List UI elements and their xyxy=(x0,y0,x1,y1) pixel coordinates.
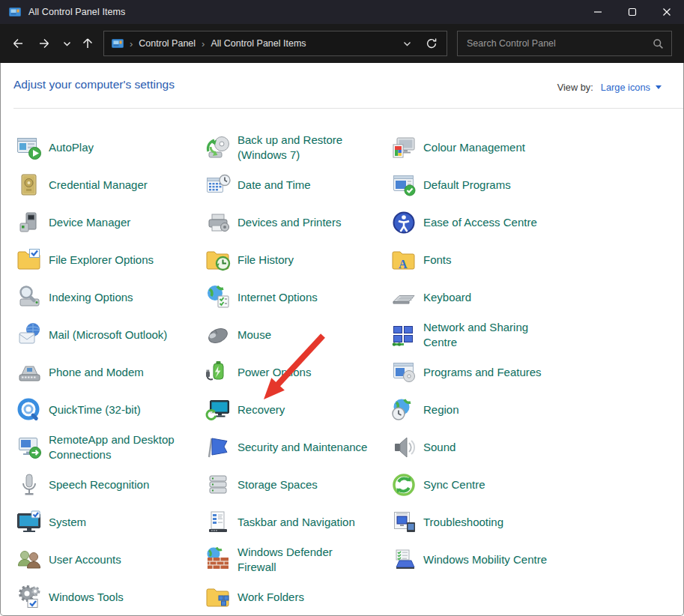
mail-icon xyxy=(15,321,43,349)
refresh-button[interactable] xyxy=(426,37,438,49)
control-panel-item[interactable]: Indexing Options xyxy=(15,279,199,316)
device-manager-icon xyxy=(15,208,43,237)
control-panel-item[interactable]: Colour Management xyxy=(390,129,674,166)
autoplay-icon xyxy=(15,133,43,162)
breadcrumb[interactable]: › Control Panel › All Control Panel Item… xyxy=(103,31,447,56)
maximize-icon xyxy=(628,7,637,16)
control-panel-item[interactable]: File Explorer Options xyxy=(15,241,199,279)
control-panel-item[interactable]: Device Manager xyxy=(15,204,199,241)
sync-centre-icon xyxy=(390,471,418,499)
item-label: Colour Management xyxy=(423,140,525,155)
item-label: Sound xyxy=(423,440,456,455)
control-panel-item[interactable]: Windows Tools xyxy=(15,579,199,616)
defender-firewall-icon xyxy=(204,546,232,574)
colour-management-icon xyxy=(390,133,418,162)
control-panel-item[interactable]: Troubleshooting xyxy=(390,504,674,541)
phone-and-modem-icon xyxy=(15,358,43,387)
caret-down-icon xyxy=(656,85,662,89)
ease-of-access-icon xyxy=(390,208,418,237)
breadcrumb-item-control-panel[interactable]: Control Panel xyxy=(139,38,196,49)
control-panel-item[interactable]: Security and Maintenance xyxy=(204,429,387,466)
items-column-2: Back up and Restore (Windows 7)Date and … xyxy=(204,129,387,616)
file-history-icon xyxy=(204,246,232,274)
control-panel-item[interactable]: Back up and Restore (Windows 7) xyxy=(204,129,387,166)
control-panel-item[interactable]: AFonts xyxy=(390,241,674,279)
control-panel-item[interactable]: Devices and Printers xyxy=(204,204,387,241)
control-panel-item[interactable]: Default Programs xyxy=(390,166,674,204)
item-label: Windows Defender Firewall xyxy=(237,545,333,575)
control-panel-item[interactable]: Recovery xyxy=(204,391,387,429)
minimize-button[interactable] xyxy=(581,0,615,24)
up-button[interactable] xyxy=(76,32,99,55)
minimize-icon xyxy=(593,7,602,16)
search-box[interactable] xyxy=(457,31,672,56)
item-label: Mail (Microsoft Outlook) xyxy=(49,327,167,342)
control-panel-item[interactable]: RemoteApp and Desktop Connections xyxy=(15,429,199,466)
item-label: Power Options xyxy=(237,365,311,380)
control-panel-item[interactable]: Work Folders xyxy=(204,579,387,616)
items-column-1: AutoPlayCredential ManagerDevice Manager… xyxy=(15,129,199,616)
view-by-dropdown[interactable]: Large icons xyxy=(601,82,662,93)
address-dropdown-button[interactable] xyxy=(402,39,412,49)
control-panel-item[interactable]: Internet Options xyxy=(204,279,387,316)
control-panel-item[interactable]: Mouse xyxy=(204,316,387,354)
control-panel-item[interactable]: Region xyxy=(390,391,674,429)
search-input[interactable] xyxy=(458,38,653,49)
control-panel-item[interactable]: Credential Manager xyxy=(15,166,199,204)
mouse-icon xyxy=(204,321,232,349)
close-button[interactable] xyxy=(650,0,684,24)
control-panel-item[interactable]: Date and Time xyxy=(204,166,387,204)
control-panel-item[interactable]: Power Options xyxy=(204,354,387,391)
control-panel-item[interactable]: AutoPlay xyxy=(15,129,199,166)
item-label: Internet Options xyxy=(237,290,318,305)
control-panel-item[interactable]: Network and Sharing Centre xyxy=(390,316,674,354)
item-label: File Explorer Options xyxy=(49,253,154,268)
control-panel-item[interactable]: Keyboard xyxy=(390,279,674,316)
breadcrumb-separator: › xyxy=(130,38,133,49)
recent-locations-button[interactable] xyxy=(55,32,78,55)
up-arrow-icon xyxy=(81,37,94,50)
refresh-icon xyxy=(426,37,438,49)
item-label: Indexing Options xyxy=(49,290,133,305)
system-icon xyxy=(15,508,43,537)
programs-and-features-icon xyxy=(390,358,418,387)
control-panel-icon xyxy=(9,6,21,18)
maximize-button[interactable] xyxy=(615,0,650,24)
sound-icon xyxy=(390,433,418,462)
item-label: QuickTime (32-bit) xyxy=(49,402,141,417)
breadcrumb-item-all-control-panel-items[interactable]: All Control Panel Items xyxy=(211,38,306,49)
region-icon xyxy=(390,396,418,424)
control-panel-item[interactable]: User Accounts xyxy=(15,541,199,579)
control-panel-item[interactable]: Sync Centre xyxy=(390,466,674,504)
control-panel-item[interactable]: Phone and Modem xyxy=(15,354,199,391)
control-panel-item[interactable]: Windows Defender Firewall xyxy=(204,541,387,579)
forward-button[interactable] xyxy=(33,32,55,55)
control-panel-item[interactable]: Sound xyxy=(390,429,674,466)
control-panel-item[interactable]: QuickTime (32-bit) xyxy=(15,391,199,429)
view-by: View by: Large icons xyxy=(557,82,662,93)
quicktime-icon xyxy=(15,396,43,424)
item-label: Troubleshooting xyxy=(423,515,503,530)
control-panel-item[interactable]: Taskbar and Navigation xyxy=(204,504,387,541)
titlebar: All Control Panel Items xyxy=(0,0,684,24)
control-panel-item[interactable]: Storage Spaces xyxy=(204,466,387,504)
control-panel-item[interactable]: File History xyxy=(204,241,387,279)
control-panel-icon xyxy=(112,37,124,49)
user-accounts-icon xyxy=(15,546,43,574)
control-panel-item[interactable]: System xyxy=(15,504,199,541)
security-and-maintenance-icon xyxy=(204,433,232,462)
control-panel-item[interactable]: Mail (Microsoft Outlook) xyxy=(15,316,199,354)
item-label: Phone and Modem xyxy=(49,365,144,380)
back-button[interactable] xyxy=(7,32,29,55)
item-label: File History xyxy=(237,253,294,268)
close-icon xyxy=(662,7,671,16)
control-panel-item[interactable]: Programs and Features xyxy=(390,354,674,391)
internet-options-icon xyxy=(204,283,232,312)
speech-recognition-icon xyxy=(15,471,43,499)
control-panel-item[interactable]: Ease of Access Centre xyxy=(390,204,674,241)
item-label: Credential Manager xyxy=(49,178,148,193)
control-panel-item[interactable]: Speech Recognition xyxy=(15,466,199,504)
control-panel-item[interactable]: Windows Mobility Centre xyxy=(390,541,674,579)
item-label: Network and Sharing Centre xyxy=(423,320,528,350)
item-label: Mouse xyxy=(237,327,271,342)
